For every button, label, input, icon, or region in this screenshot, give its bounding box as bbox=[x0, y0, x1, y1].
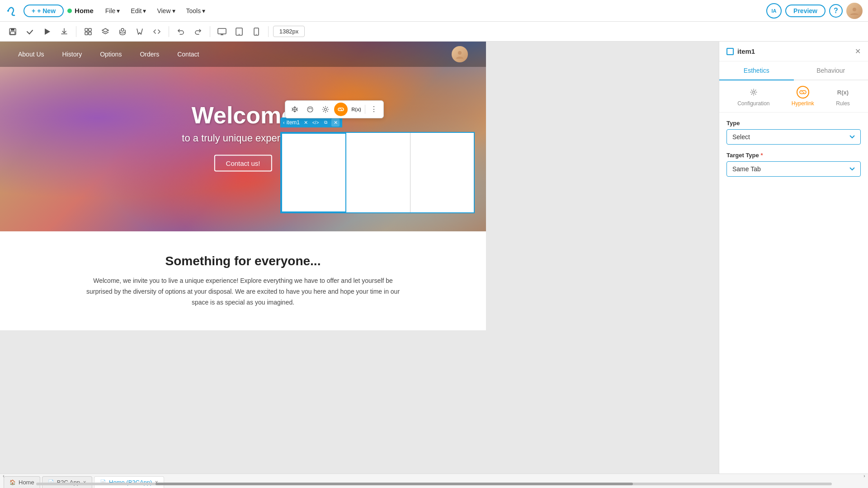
svg-rect-7 bbox=[89, 28, 91, 31]
tab-behaviour[interactable]: Behaviour bbox=[794, 61, 868, 80]
style-tool-button[interactable] bbox=[303, 103, 317, 116]
item-checkbox[interactable] bbox=[726, 48, 734, 55]
svg-point-1 bbox=[853, 8, 856, 11]
tools-menu[interactable]: Tools ▾ bbox=[182, 5, 210, 16]
item-code-button[interactable]: </> bbox=[311, 118, 320, 127]
new-label: + New bbox=[37, 7, 56, 14]
bottom-tabs: ‹ 🏠 Home 📄 B2C App ✕ 📄 Home (B2CApp) ✕ › bbox=[0, 474, 868, 488]
right-panel: item1 ✕ Esthetics Behaviour Configuratio bbox=[719, 42, 868, 474]
editor-toolbar: 1382px bbox=[0, 22, 868, 42]
css-button[interactable] bbox=[132, 24, 147, 39]
home-tab-label: Home bbox=[19, 479, 34, 486]
file-menu[interactable]: File ▾ bbox=[101, 5, 125, 16]
view-label: View bbox=[157, 7, 170, 14]
type-field-group: Type Select Page URL Email Phone File bbox=[726, 120, 861, 145]
item-toolbar: R(x) ⋮ bbox=[285, 100, 384, 118]
redo-button[interactable] bbox=[191, 24, 205, 39]
move-tool-button[interactable] bbox=[288, 103, 302, 116]
sub-tab-rules[interactable]: R(x) Rules bbox=[836, 86, 850, 107]
type-select[interactable]: Select Page URL Email Phone File bbox=[726, 129, 861, 145]
tools-label: Tools bbox=[186, 7, 201, 14]
target-label-text: Target Type bbox=[726, 152, 759, 159]
edit-menu[interactable]: Edit ▾ bbox=[126, 5, 151, 16]
preview-button[interactable]: Preview bbox=[785, 5, 826, 17]
tools-chevron-icon: ▾ bbox=[202, 7, 205, 14]
tab-b2c-app[interactable]: 📄 B2C App ✕ bbox=[42, 476, 92, 488]
components-button[interactable] bbox=[81, 24, 95, 39]
tablet-view-button[interactable] bbox=[232, 24, 246, 39]
svg-point-21 bbox=[307, 107, 313, 112]
ia-badge[interactable]: IA bbox=[766, 3, 782, 19]
divider-3 bbox=[210, 26, 210, 37]
scroll-right-button[interactable]: › bbox=[861, 472, 868, 479]
tab-esthetics[interactable]: Esthetics bbox=[719, 61, 794, 80]
scrollbar-thumb[interactable] bbox=[156, 483, 633, 485]
svg-point-20 bbox=[458, 51, 462, 55]
hyperlink-tool-button[interactable] bbox=[334, 103, 348, 116]
item-col-2[interactable] bbox=[346, 133, 410, 212]
right-panel-title: item1 bbox=[726, 47, 755, 55]
topbar: + + New Home File ▾ Edit ▾ View ▾ Tools … bbox=[0, 0, 868, 22]
layers-button[interactable] bbox=[98, 24, 113, 39]
svg-point-22 bbox=[325, 108, 327, 111]
tab-home[interactable]: 🏠 Home bbox=[4, 476, 40, 488]
chevron-left-icon: ‹ bbox=[283, 120, 285, 125]
item-label-container: ‹ item1 ✕ </> ⧉ ✕ bbox=[280, 117, 342, 127]
help-button[interactable]: ? bbox=[829, 4, 843, 18]
nav-link-options[interactable]: Options bbox=[100, 51, 122, 58]
toolbar-divider bbox=[365, 105, 365, 114]
view-chevron-icon: ▾ bbox=[172, 7, 175, 14]
nav-link-about[interactable]: About Us bbox=[18, 51, 44, 58]
ia-text: IA bbox=[772, 8, 777, 14]
canvas-scrollbar[interactable] bbox=[36, 483, 832, 485]
svg-rect-9 bbox=[89, 32, 91, 35]
item-collapse-button[interactable]: ✕ bbox=[302, 118, 310, 127]
sub-tab-hyperlink[interactable]: Hyperlink bbox=[792, 86, 814, 107]
panel-fields: Type Select Page URL Email Phone File Ta… bbox=[719, 113, 868, 184]
check-button[interactable] bbox=[23, 24, 37, 39]
tab-home-b2c[interactable]: 📄 Home (B2CApp) ✕ bbox=[94, 476, 164, 488]
panel-close-button[interactable]: ✕ bbox=[855, 47, 861, 56]
new-button[interactable]: + + New bbox=[24, 5, 64, 17]
contact-us-button[interactable]: Contact us! bbox=[214, 155, 272, 172]
item-col-3[interactable] bbox=[410, 133, 474, 212]
item-col-1[interactable] bbox=[281, 133, 346, 212]
play-button[interactable] bbox=[40, 24, 54, 39]
nav-link-orders[interactable]: Orders bbox=[140, 51, 159, 58]
save-button[interactable] bbox=[5, 24, 20, 39]
nav-link-contact[interactable]: Contact bbox=[177, 51, 199, 58]
svg-rect-6 bbox=[85, 28, 88, 31]
divider-2 bbox=[169, 26, 169, 37]
type-field-label: Type bbox=[726, 120, 861, 127]
sub-tab-configuration[interactable]: Configuration bbox=[737, 86, 769, 107]
desktop-view-button[interactable] bbox=[215, 24, 229, 39]
user-avatar[interactable] bbox=[846, 3, 863, 19]
view-menu[interactable]: View ▾ bbox=[152, 5, 179, 16]
settings-tool-button[interactable] bbox=[319, 103, 332, 116]
svg-point-10 bbox=[121, 28, 124, 31]
more-options-button[interactable]: ⋮ bbox=[367, 103, 381, 116]
scroll-left-button[interactable]: ‹ bbox=[0, 472, 7, 479]
nav-link-history[interactable]: History bbox=[62, 51, 82, 58]
data-button[interactable] bbox=[115, 24, 130, 39]
logo-icon[interactable] bbox=[5, 4, 20, 18]
canvas-area: About Us History Options Orders Contact bbox=[0, 42, 719, 474]
config-label: Configuration bbox=[737, 100, 769, 107]
target-type-select[interactable]: Same Tab New Tab Popup bbox=[726, 161, 861, 177]
item-content-panel bbox=[280, 132, 475, 213]
svg-point-23 bbox=[752, 91, 755, 94]
code-button[interactable] bbox=[150, 24, 164, 39]
undo-button[interactable] bbox=[174, 24, 188, 39]
export-button[interactable] bbox=[57, 24, 71, 39]
tab-esthetics-label: Esthetics bbox=[744, 67, 769, 74]
rules-tool-button[interactable]: R(x) bbox=[349, 103, 363, 116]
item-copy-button[interactable]: ⧉ bbox=[321, 118, 330, 127]
mobile-view-button[interactable] bbox=[249, 24, 264, 39]
nav-menu: File ▾ Edit ▾ View ▾ Tools ▾ bbox=[101, 5, 210, 16]
item-close-button[interactable]: ✕ bbox=[331, 118, 340, 127]
svg-rect-8 bbox=[85, 32, 88, 35]
panel-item-title: item1 bbox=[737, 47, 755, 55]
svg-rect-4 bbox=[10, 32, 15, 34]
hero-section: Welcome to a truly unique experience Con… bbox=[0, 42, 486, 231]
item-toolbar-main: R(x) ⋮ bbox=[285, 100, 384, 118]
